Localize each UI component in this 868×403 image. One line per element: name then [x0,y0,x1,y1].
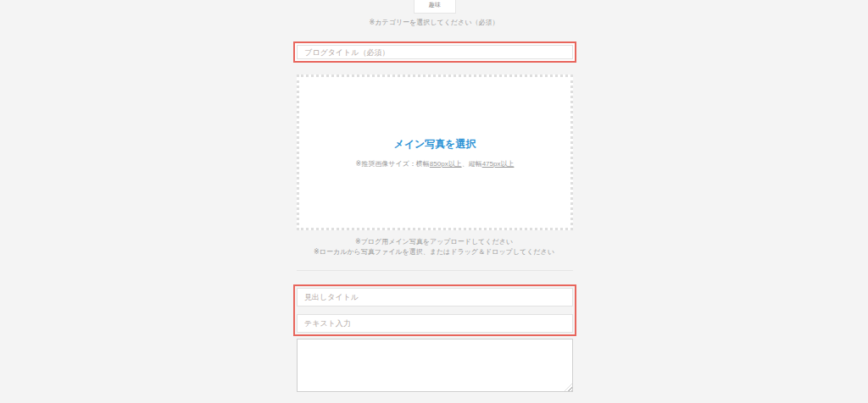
size-note-separator: 、縦幅 [462,160,482,168]
section-body-textarea[interactable] [297,339,573,392]
text-entry-input[interactable] [297,314,573,333]
upload-note-2: ※ローカルから写真ファイルを選択、またはドラッグ＆ドロップしてください [0,247,868,257]
size-note-height: 475px以上 [482,160,515,168]
main-photo-dropzone[interactable]: メイン写真を選択 ※推奨画像サイズ：横幅850px以上、縦幅475px以上 [297,75,573,230]
size-note-width: 850px以上 [430,160,462,168]
select-main-photo-link[interactable]: メイン写真を選択 [393,137,476,152]
blog-title-input[interactable] [297,45,573,59]
section-fields-required-highlight [293,284,576,336]
heading-title-input[interactable] [297,288,573,306]
upload-note-1: ※ブログ用メイン写真をアップロードしてください [0,237,868,246]
size-note-prefix: ※推奨画像サイズ：横幅 [356,160,430,168]
section-divider [297,270,573,271]
category-required-note: ※カテゴリーを選択してください（必須） [0,18,868,27]
category-button[interactable]: 趣味 [414,0,456,14]
blog-title-required-highlight [293,41,576,63]
recommended-size-note: ※推奨画像サイズ：横幅850px以上、縦幅475px以上 [356,159,515,168]
category-button-label: 趣味 [429,1,442,9]
